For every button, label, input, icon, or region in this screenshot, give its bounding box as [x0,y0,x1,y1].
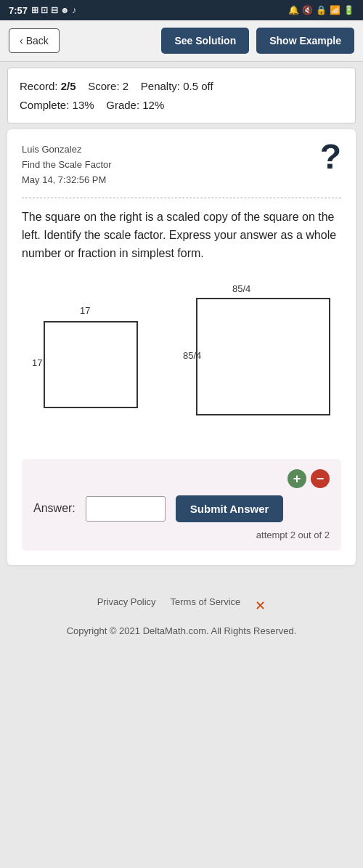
divider [22,198,341,198]
status-bar: 7:57 ⊞ ⊡ ⊟ ☻ ♪ 🔔 🔇 🔒 📶 🔋 [0,0,363,20]
grade-value: 12% [142,99,164,111]
privacy-policy-link[interactable]: Privacy Policy [97,593,156,619]
mute-icon: 🔇 [302,5,313,15]
right-square-top-label: 85/4 [232,283,250,294]
lock-icon: 🔒 [316,5,327,15]
back-label: Back [26,35,49,46]
remove-fraction-button[interactable]: − [311,469,330,488]
submit-answer-button[interactable]: Submit Answer [176,495,284,522]
question-mark-icon: ? [320,139,341,174]
left-square-top-label: 17 [80,305,90,316]
problem-text: The square on the right is a scaled copy… [22,208,341,262]
top-nav: ‹ Back See Solution Show Example [0,20,363,62]
left-square [44,321,138,408]
back-chevron-icon: ‹ [20,35,23,46]
score-value: 2 [123,80,129,92]
record-label: Record: [20,80,58,92]
left-square-side-label: 17 [32,357,42,368]
back-button[interactable]: ‹ Back [9,28,60,53]
status-time: 7:57 ⊞ ⊡ ⊟ ☻ ♪ [9,5,76,16]
footer: Privacy Policy Terms of Service ✕ Copyri… [0,571,363,648]
topic-label: Find the Scale Factor [22,158,112,173]
student-info: Luis Gonzalez Find the Scale Factor May … [22,142,112,187]
complete-value: 13% [73,99,94,111]
right-square [196,298,330,415]
grade-label: Grade: [106,99,139,111]
penalty-label: Penalty: [141,80,180,92]
main-card: Luis Gonzalez Find the Scale Factor May … [7,129,356,565]
signal-icon: 📶 [330,5,340,15]
complete-label: Complete: [20,99,69,111]
status-right-icons: 🔔 🔇 🔒 📶 🔋 [288,5,354,15]
penalty-value: 0.5 off [183,80,213,92]
status-icons: ⊞ ⊡ ⊟ ☻ ♪ [31,5,76,15]
battery-icon: 🔋 [343,5,354,15]
answer-label: Answer: [33,502,76,515]
score-bar: Record: 2/5 Score: 2 Penalty: 0.5 off Co… [7,68,356,123]
time-display: 7:57 [9,5,28,16]
date-label: May 14, 7:32:56 PM [22,173,112,188]
see-solution-button[interactable]: See Solution [161,28,249,54]
add-fraction-button[interactable]: + [287,469,306,488]
answer-controls: + − [33,469,330,488]
terms-of-service-link[interactable]: Terms of Service [171,593,241,619]
answer-input[interactable] [86,496,166,522]
footer-links: Privacy Policy Terms of Service ✕ [7,593,356,619]
record-value: 2/5 [61,80,76,92]
student-name: Luis Gonzalez [22,142,112,158]
attempt-text: attempt 2 out of 2 [33,530,330,540]
close-icon[interactable]: ✕ [255,593,266,619]
card-header: Luis Gonzalez Find the Scale Factor May … [22,142,341,187]
alarm-icon: 🔔 [288,5,299,15]
copyright-text: Copyright © 2021 DeltaMath.com. All Righ… [7,622,356,641]
show-example-button[interactable]: Show Example [256,28,354,54]
diagram-area: 17 17 85/4 85/4 [22,277,341,445]
answer-row: Answer: Submit Answer [33,495,330,522]
answer-area: + − Answer: Submit Answer attempt 2 out … [22,459,341,551]
score-label: Score: [88,80,119,92]
